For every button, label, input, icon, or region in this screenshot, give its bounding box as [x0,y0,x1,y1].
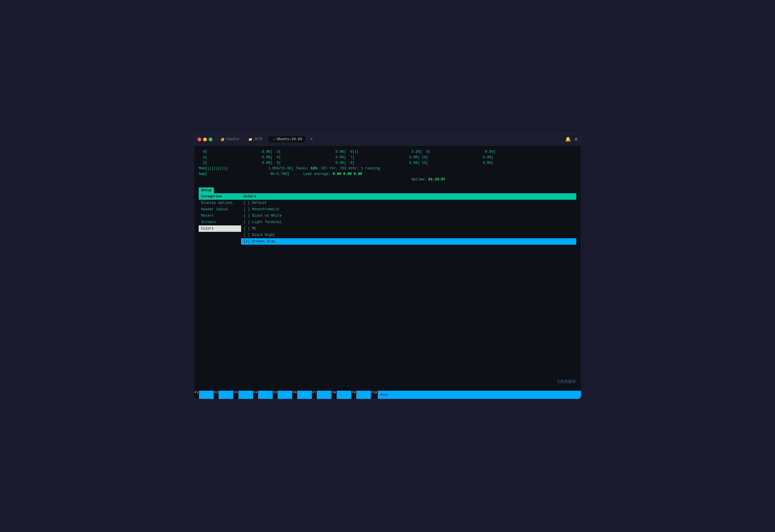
titlebar-actions: 🔔 ⊞ [565,136,577,142]
color-option-broken-gray[interactable]: [x] Broken Gray [241,238,576,245]
sidebar-header: Categories [199,193,241,200]
f6-desc[interactable] [297,391,312,399]
checkbox-light-terminal: [ ] [244,220,250,225]
setup-panel: Setup Categories Display options Header … [199,187,576,245]
f3-label: F3 [233,391,238,399]
bottom-bar: F1 F2 F3 F4 F5 F6 F7 F8 F9 F10 Done [194,391,581,399]
sidebar-item-display[interactable]: Display options [199,200,241,206]
f1-desc[interactable] [199,391,214,399]
checkbox-monochromatic: [ ] [244,207,250,212]
f10-desc[interactable]: Done [378,391,395,399]
notification-icon[interactable]: 🔔 [565,136,571,142]
terminal-window: 🔐 Vaults 📁 SFTP ✕ Ubuntu-24.04 + 🔔 ⊞ 0[ … [194,133,581,399]
mem-row: Mem[|||||||||| 1.05G/15.6G]Tasks: 123, 3… [199,166,576,171]
tab-ubuntu-label: Ubuntu-24.04 [277,137,302,141]
cpu-row-1: 1[ 0.0%] 4[ 0.0%] 7[ 0.0%] 10[ 0.0%] [199,155,576,160]
close-button[interactable] [198,138,202,141]
traffic-lights [198,138,213,141]
add-tab-button[interactable]: + [308,137,315,142]
setup-body: Categories Display options Header layout… [199,193,576,245]
tab-sftp-label: SFTP [254,137,263,141]
f5-label: F5 [273,391,278,399]
f3-desc[interactable] [239,391,253,399]
f10-label: F10 [371,391,378,399]
vaults-icon: 🔐 [221,138,225,141]
sidebar: Categories Display options Header layout… [199,193,241,245]
tab-vaults[interactable]: 🔐 Vaults [217,136,243,142]
f5-desc[interactable] [278,391,292,399]
f6-label: F6 [292,391,297,399]
tab-vaults-label: Vaults [227,137,239,141]
tab-ubuntu-close-icon[interactable]: ✕ [273,138,275,141]
cpu-row-2: 2[ 0.0%] 5[ 0.0%] 8[ 0.0%] 11[ 0.0%] [199,160,576,166]
uptime-row: Uptime: 01:33:57 [281,177,576,182]
f9-label: F9 [351,391,356,399]
sidebar-item-colors[interactable]: Colors [199,225,241,232]
f4-desc[interactable] [258,391,273,399]
minimize-button[interactable] [203,138,207,141]
checkbox-mc: [ ] [244,226,250,231]
color-option-monochromatic[interactable]: [ ] Monochromatic [241,206,576,213]
color-option-default[interactable]: [ ] Default [241,200,576,206]
tasks-rest: , 387 thr, 253 kthr; 1 running [317,166,380,171]
terminal-body: 0[ 0.0%] 3[ 0.0%] 6[|| 3.2%] 9[ 0.0%] 1[… [194,146,581,391]
color-option-black-night[interactable]: [ ] Black Night [241,232,576,238]
setup-tab[interactable]: Setup [199,187,214,193]
f7-desc[interactable] [317,391,331,399]
layout-icon[interactable]: ⊞ [574,136,577,142]
color-option-light-terminal[interactable]: [ ] Light Terminal [241,219,576,225]
f2-label: F2 [214,391,219,399]
maximize-button[interactable] [209,138,213,141]
main-panel-header: Colors [241,193,576,200]
f8-label: F8 [331,391,336,399]
f8-desc[interactable] [337,391,351,399]
f7-label: F7 [312,391,317,399]
sidebar-item-screens[interactable]: Screens [199,219,241,225]
uptime-val: 01:33:57 [428,178,445,182]
sftp-icon: 📁 [249,138,253,141]
tab-sftp[interactable]: 📁 SFTP [245,136,266,142]
swp-row: Swp[ 0K/3.78G]Load average: 0.00 0.00 0.… [199,171,576,177]
f1-label: F1 [194,391,199,399]
checkbox-default: [ ] [244,200,250,206]
load-info: Load average: 0.00 0.00 0.00 [303,171,362,177]
cpu-row-0: 0[ 0.0%] 3[ 0.0%] 6[|| 3.2%] 9[ 0.0%] [199,149,495,155]
load-val: 0.00 0.00 0.00 [333,172,362,176]
tasks-count: 123 [311,166,317,171]
checkbox-black-on-white: [ ] [244,213,250,218]
color-option-mc[interactable]: [ ] MC [241,225,576,232]
f9-desc[interactable] [356,391,371,399]
checkbox-black-night: [ ] [244,232,250,238]
tasks-info: Tasks: 123, 387 thr, 253 kthr; 1 running [296,166,380,171]
checkbox-broken-gray: [x] [244,239,250,244]
tab-ubuntu[interactable]: ✕ Ubuntu-24.04 [269,136,305,142]
main-panel: Colors [ ] Default [ ] Monochromatic [ ]… [241,193,576,245]
titlebar: 🔐 Vaults 📁 SFTP ✕ Ubuntu-24.04 + 🔔 ⊞ [194,133,581,146]
mem-label: Mem[|||||||||| 1.05G/15.6G] [199,166,293,171]
color-option-black-on-white[interactable]: [ ] Black on White [241,213,576,219]
f2-desc[interactable] [219,391,233,399]
sidebar-item-header[interactable]: Header layout [199,206,241,213]
watermark: ©系统极客 [199,376,576,387]
bottom-bar-fill [395,391,581,399]
swp-label: Swp[ 0K/3.78G] [199,171,289,177]
f4-label: F4 [253,391,258,399]
sidebar-item-meters[interactable]: Meters [199,213,241,219]
cpu-section: 0[ 0.0%] 3[ 0.0%] 6[|| 3.2%] 9[ 0.0%] 1[… [199,149,576,183]
